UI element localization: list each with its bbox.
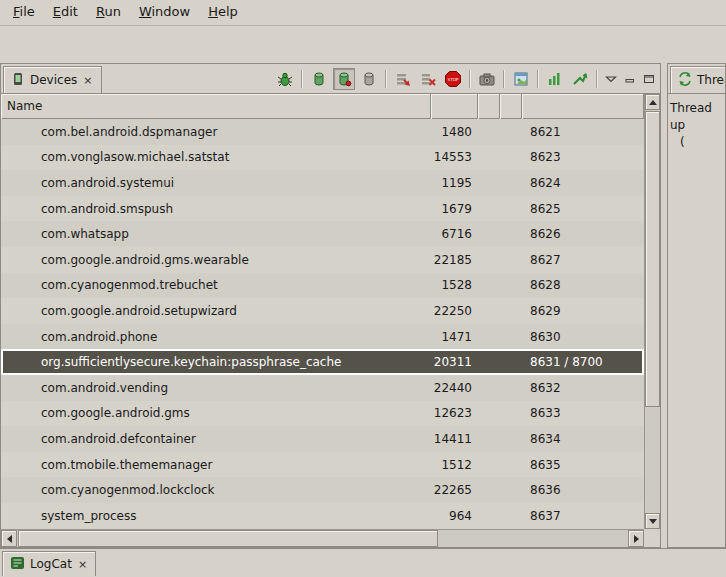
process-pid: 22440 (431, 381, 478, 395)
process-name: com.cyanogenmod.trebuchet (1, 278, 431, 292)
toolbar-separator (503, 70, 505, 88)
process-name: com.android.vending (1, 381, 431, 395)
svg-text:STOP: STOP (447, 77, 459, 82)
process-pid: 1480 (431, 125, 478, 139)
process-row[interactable]: com.tmobile.thememanager 1512 8635 (1, 452, 644, 478)
process-pid: 12623 (431, 406, 478, 420)
menu-item[interactable]: Edit (44, 0, 87, 25)
process-name: com.tmobile.thememanager (1, 458, 431, 472)
process-row[interactable]: com.whatsapp 6716 8626 (1, 221, 644, 247)
process-row[interactable]: org.sufficientlysecure.keychain:passphra… (1, 349, 644, 375)
profiling-arrow-icon[interactable] (569, 68, 591, 90)
process-name: com.vonglasow.michael.satstat (1, 150, 431, 164)
process-pid: 22185 (431, 253, 478, 267)
process-row[interactable]: system_process 964 8637 (1, 503, 644, 529)
process-pid: 1195 (431, 176, 478, 190)
process-pid: 1512 (431, 458, 478, 472)
threads-icon (678, 72, 692, 89)
method-profiling-icon[interactable] (417, 68, 439, 90)
process-row[interactable]: com.google.android.gms 12623 8633 (1, 401, 644, 427)
vertical-scroll-thumb[interactable] (645, 111, 660, 407)
logcat-bar: LogCat × (0, 548, 726, 577)
menu-item[interactable]: Run (87, 0, 130, 25)
process-pid: 20311 (431, 355, 478, 369)
horizontal-scroll-thumb[interactable] (18, 530, 438, 547)
tab-logcat[interactable]: LogCat × (2, 551, 96, 576)
scroll-down-icon[interactable] (645, 513, 660, 529)
process-port: 8634 (522, 432, 644, 446)
stop-process-icon[interactable]: STOP (442, 68, 464, 90)
process-row[interactable]: com.google.android.gms.wearable 22185 86… (1, 247, 644, 273)
process-name: com.bel.android.dspmanager (1, 125, 431, 139)
scroll-right-icon[interactable] (628, 530, 644, 547)
devices-panel: Devices × (0, 63, 661, 548)
toolbar-separator (385, 70, 387, 88)
toolbar-separator (596, 70, 598, 88)
column-header-name[interactable]: Name (1, 94, 431, 119)
column-header-blank-1[interactable] (478, 94, 500, 119)
horizontal-scrollbar[interactable] (1, 529, 644, 547)
process-row[interactable]: com.vonglasow.michael.satstat 14553 8623 (1, 145, 644, 171)
process-name: com.google.android.setupwizard (1, 304, 431, 318)
process-port: 8625 (522, 202, 644, 216)
capture-report-icon[interactable] (510, 68, 532, 90)
process-port: 8621 (522, 125, 644, 139)
process-row[interactable]: com.android.phone 1471 8630 (1, 324, 644, 350)
process-pid: 22265 (431, 483, 478, 497)
screen-capture-icon[interactable] (476, 68, 498, 90)
tab-threads[interactable]: Threads × (670, 66, 726, 93)
process-row[interactable]: com.android.defcontainer 14411 8634 (1, 426, 644, 452)
process-row[interactable]: com.cyanogenmod.trebuchet 1528 8628 (1, 273, 644, 299)
process-row[interactable]: com.android.systemui 1195 8624 (1, 170, 644, 196)
process-port: 8631 / 8700 (522, 355, 644, 369)
process-name: com.android.defcontainer (1, 432, 431, 446)
column-header-pid[interactable] (431, 94, 478, 119)
column-header-port[interactable] (522, 94, 644, 119)
process-name: com.android.smspush (1, 202, 431, 216)
dump-hprof-icon[interactable] (333, 68, 355, 90)
scroll-left-icon[interactable] (1, 530, 17, 547)
process-port: 8623 (522, 150, 644, 164)
process-port: 8628 (522, 278, 644, 292)
close-icon[interactable]: × (77, 558, 88, 571)
process-name: com.cyanogenmod.lockclock (1, 483, 431, 497)
process-pid: 964 (431, 509, 478, 523)
menu-item[interactable]: Help (199, 0, 247, 25)
device-icon (11, 72, 25, 89)
process-port: 8635 (522, 458, 644, 472)
process-pid: 14553 (431, 150, 478, 164)
process-name: org.sufficientlysecure.keychain:passphra… (1, 355, 431, 369)
update-threads-icon[interactable] (392, 68, 414, 90)
heap-bars-icon[interactable] (544, 68, 566, 90)
tab-logcat-label: LogCat (30, 557, 72, 571)
process-row[interactable]: com.android.smspush 1679 8625 (1, 196, 644, 222)
update-heap-icon[interactable] (308, 68, 330, 90)
menubar-items: File Edit Run Window Help (4, 0, 247, 25)
menu-item[interactable]: File (4, 0, 44, 25)
cause-gc-icon[interactable] (358, 68, 380, 90)
toolbar-separator (537, 70, 539, 88)
debug-process-icon[interactable] (274, 68, 296, 90)
process-row[interactable]: com.android.vending 22440 8632 (1, 375, 644, 401)
process-port: 8636 (522, 483, 644, 497)
ddms-window: File Edit Run Window Help Devices × (0, 0, 726, 577)
tab-threads-label: Threads (697, 73, 726, 87)
process-pid: 6716 (431, 227, 478, 241)
process-row[interactable]: com.bel.android.dspmanager 1480 8621 (1, 119, 644, 145)
process-row[interactable]: com.cyanogenmod.lockclock 22265 8636 (1, 477, 644, 503)
devices-toolbar: STOP (274, 67, 657, 91)
view-menu-icon[interactable] (603, 68, 619, 90)
tab-devices[interactable]: Devices × (3, 66, 102, 93)
main-area: Devices × (0, 63, 726, 548)
maximize-icon[interactable] (641, 68, 657, 90)
scroll-up-icon[interactable] (645, 94, 660, 110)
threads-panel: Threads × Thread up ( (667, 63, 726, 548)
column-header-blank-2[interactable] (500, 94, 522, 119)
close-icon[interactable]: × (82, 74, 93, 87)
vertical-scrollbar[interactable] (644, 94, 660, 529)
menu-item[interactable]: Window (130, 0, 199, 25)
minimize-icon[interactable] (622, 68, 638, 90)
process-port: 8626 (522, 227, 644, 241)
process-port: 8624 (522, 176, 644, 190)
process-row[interactable]: com.google.android.setupwizard 22250 862… (1, 298, 644, 324)
